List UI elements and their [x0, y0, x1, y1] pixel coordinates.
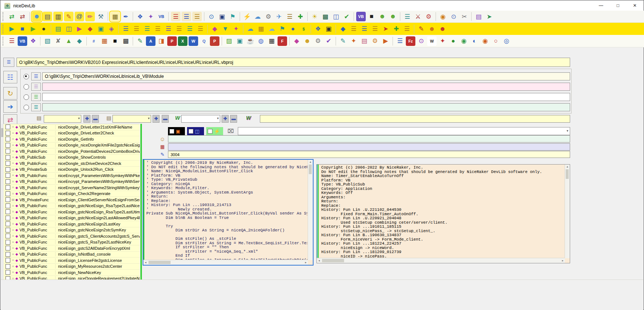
module-source-radio-4[interactable] — [24, 105, 29, 110]
row-checkbox[interactable] — [6, 258, 10, 263]
wikipedia-icon[interactable]: W — [427, 36, 437, 46]
font-tool-icon[interactable]: A — [146, 36, 155, 46]
gear-red-icon[interactable]: ⚙ — [424, 12, 433, 21]
camera-icon[interactable]: ▣ — [235, 36, 244, 46]
db-teal-icon[interactable]: ☰ — [402, 12, 412, 21]
scroll-up-icon[interactable]: ▲ — [308, 160, 313, 164]
robot-build-icon[interactable]: ⚒ — [96, 12, 105, 21]
scroll-left-icon[interactable]: ◄ — [143, 261, 148, 264]
arrow-red-icon[interactable]: ➤ — [381, 24, 390, 34]
module-path-input-1[interactable] — [42, 72, 570, 80]
gem-purple-icon[interactable]: ◈ — [107, 24, 116, 34]
vertical-splitter[interactable] — [140, 124, 142, 280]
scrollbar-thumb[interactable] — [1, 128, 3, 137]
dollar-icon[interactable]: $ — [299, 24, 308, 34]
close-grey-icon[interactable]: ✘ — [53, 36, 63, 46]
toolbar-grip[interactable] — [3, 37, 4, 46]
compare-red-icon[interactable]: ⇄ — [18, 12, 27, 21]
function-list-row[interactable]: ≡◆VB_PublicFuncniceEsign_gstcNiceEsign2L… — [4, 221, 140, 227]
function-list-row[interactable]: ≡◆VB_PublicFuncniceDongle_niceDongleXmlF… — [4, 143, 140, 149]
globe-blue-icon[interactable]: ● — [288, 24, 298, 34]
add-green-icon[interactable]: ✚ — [296, 12, 305, 21]
id-field[interactable] — [168, 151, 570, 158]
robot-edit-icon[interactable]: ✎ — [64, 12, 74, 21]
compare-green-icon[interactable]: ⇄ — [7, 12, 17, 21]
terminal-icon[interactable]: ■ — [367, 12, 376, 21]
function-list-row[interactable]: ≡◆VB_PublicFuncniceDongle_DriveLetter2Ch… — [4, 130, 140, 137]
android-settings-icon[interactable]: ☻ — [388, 12, 398, 21]
row-checkbox[interactable] — [6, 240, 10, 245]
horizontal-scrollbar[interactable]: ◄ ► — [317, 258, 565, 263]
function-list-row[interactable]: ≡◆VB_PublicFuncniceEsign_MyResources2stc… — [4, 264, 140, 270]
sheet-gold-icon[interactable]: ▦ — [256, 24, 266, 34]
row-checkbox[interactable] — [6, 125, 10, 129]
row-checkbox[interactable] — [6, 203, 10, 208]
db-stack3-icon[interactable]: ☰ — [142, 24, 152, 34]
run-teal-icon[interactable]: ▶ — [7, 24, 17, 34]
scooter-icon[interactable]: ⚑ — [228, 12, 237, 21]
android-icon[interactable]: ☻ — [378, 12, 387, 21]
function-list-row[interactable]: ≡◆VB_PublicFuncniceEsign_gstcNiceEsign_R… — [4, 209, 140, 215]
book-checkbox[interactable] — [189, 129, 193, 134]
scroll-right-icon[interactable]: ► — [561, 259, 565, 262]
snapshot-toggle-button[interactable]: ▣ — [168, 127, 185, 135]
filter-combo-1[interactable]: ▾ — [44, 115, 81, 123]
grid-icon[interactable]: ▩ — [321, 12, 330, 21]
row-checkbox[interactable] — [6, 167, 10, 172]
flash-icon[interactable]: ⚡ — [242, 12, 252, 21]
flash-toggle-button[interactable]: ⚡ — [206, 127, 223, 135]
package-teal-icon[interactable]: ▧ — [43, 36, 52, 46]
db-green-icon-button[interactable]: ☰ — [31, 93, 41, 101]
toolbar-grip[interactable] — [3, 12, 4, 21]
filezilla-icon[interactable]: Fz — [406, 36, 415, 46]
sign-green-icon[interactable]: ✎ — [135, 36, 145, 46]
photoshop-icon[interactable]: P — [167, 36, 177, 46]
firefox-icon[interactable]: ◉ — [480, 36, 490, 46]
row-checkbox[interactable] — [6, 143, 10, 148]
book-toggle-button[interactable]: ◫ — [187, 127, 204, 135]
robot-mail-icon[interactable]: @ — [75, 12, 84, 21]
zoom-icon[interactable]: ⊙ — [449, 12, 458, 21]
author-field[interactable] — [168, 135, 570, 143]
vbnet-icon[interactable]: VB — [356, 12, 366, 21]
scrollbar-thumb[interactable] — [309, 165, 312, 174]
cloud-up-icon[interactable]: ☁ — [246, 24, 255, 34]
db-stack9-icon[interactable]: ☰ — [349, 24, 358, 34]
db-gold-icon[interactable]: ☰ — [192, 12, 202, 21]
function-list-row[interactable]: ▤◆VB_PrivateSubniceDongle_Unlock2Run_Cli… — [4, 167, 140, 173]
row-checkbox[interactable] — [6, 246, 10, 250]
opera-icon[interactable]: ○ — [491, 36, 501, 46]
monkey-icon[interactable]: ☻ — [303, 36, 312, 46]
csharp-icon[interactable]: # — [89, 36, 99, 46]
add-button-3[interactable]: ✚ — [222, 115, 229, 123]
play-magenta-icon[interactable]: ▶ — [75, 24, 84, 34]
vertical-scrollbar[interactable]: ▲ — [565, 165, 570, 258]
robot-card-icon[interactable]: ▤ — [43, 12, 52, 21]
row-checkbox[interactable] — [6, 264, 10, 269]
db-print-icon[interactable]: ☰ — [285, 12, 294, 21]
scroll-left-icon[interactable]: ◄ — [317, 259, 321, 262]
flash-checkbox[interactable] — [208, 129, 212, 134]
sphere-green-icon[interactable]: ● — [448, 36, 458, 46]
pdf-icon[interactable]: P — [210, 36, 219, 46]
add-button-2[interactable]: ✚ — [153, 115, 160, 123]
excel-icon[interactable]: X — [178, 36, 187, 46]
minimize-button[interactable]: — — [593, 1, 609, 11]
function-list-row[interactable]: ≡◆VB_PublicFuncniceDongle_stcDriveDevice… — [4, 161, 140, 167]
target-icon[interactable]: ◉ — [438, 12, 448, 21]
gem-teal-icon[interactable]: ◆ — [75, 36, 84, 46]
merge-blue-icon[interactable]: ❖ — [313, 24, 323, 34]
row-checkbox[interactable] — [6, 209, 10, 214]
vba-sheet-icon[interactable]: ▦ — [100, 36, 109, 46]
function-list-row[interactable]: ≡◆VB_PublicFuncniceDongle_GetInfo — [4, 136, 140, 143]
function-list-row[interactable]: ≡◆VB_PublicFuncniceDongle_PotentialDevic… — [4, 148, 140, 155]
cd-icon[interactable]: ◍ — [256, 36, 266, 46]
vb-box-icon[interactable]: VB — [18, 36, 27, 46]
apple-icon[interactable]: ● — [39, 24, 49, 34]
gem-blue-icon[interactable]: ◆ — [338, 24, 348, 34]
vb-badge-icon[interactable]: VB — [157, 12, 166, 21]
row-checkbox[interactable] — [6, 131, 10, 136]
function-list-row[interactable]: ≡◆VB_PublicFuncniceEsign_gstcNiceEsign_R… — [4, 203, 140, 209]
row-checkbox[interactable] — [6, 191, 10, 196]
db-stack4-icon[interactable]: ☰ — [153, 24, 162, 34]
